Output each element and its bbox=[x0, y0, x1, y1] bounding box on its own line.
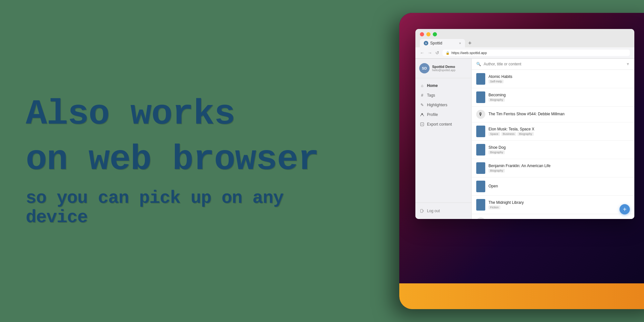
book-cover bbox=[476, 162, 485, 174]
url-bar: ← → ↺ 🔒 https://web.spottid.app bbox=[415, 47, 634, 59]
sidebar-label-home: Home bbox=[427, 83, 438, 88]
list-item[interactable]: Shoe Dog Biography bbox=[472, 141, 634, 159]
nav-items: ⌂ Home # Tags ✎ Highlighters bbox=[415, 78, 471, 203]
book-info: Shoe Dog Biography bbox=[488, 145, 630, 154]
browser-tab-active[interactable]: S Spottid × bbox=[420, 39, 465, 47]
book-info: The Tim Ferriss Show #544: Debbie Millma… bbox=[488, 112, 630, 117]
main-content: 🔍 ▼ Atomic Habits Self-Help bbox=[472, 59, 634, 219]
book-tag: Self-Help bbox=[488, 80, 504, 83]
sidebar-label-logout: Log out bbox=[427, 209, 440, 213]
sidebar-label-export: Export content bbox=[427, 122, 452, 127]
book-info: Benjamin Franklin: An American Life Biog… bbox=[488, 164, 630, 173]
hero-line-3: so you can pick up on any device bbox=[26, 189, 335, 228]
logout-icon bbox=[420, 209, 424, 213]
list-item[interactable]: Elon Musk: Tesla, Space X Space Business… bbox=[472, 122, 634, 141]
hero-section: Also works on web browser so you can pic… bbox=[0, 69, 354, 253]
book-info: Elon Musk: Tesla, Space X Space Business… bbox=[488, 127, 630, 136]
browser-window: S Spottid × + ← → ↺ 🔒 https://web.spotti… bbox=[415, 29, 634, 219]
sidebar-item-highlighters[interactable]: ✎ Highlighters bbox=[415, 100, 471, 110]
list-item[interactable]: Becoming Biography bbox=[472, 88, 634, 107]
url-input[interactable]: 🔒 https://web.spottid.app bbox=[442, 50, 630, 56]
list-item[interactable]: 🎙 Joe Rogan Experience bbox=[472, 214, 634, 219]
tab-title: Spottid bbox=[430, 41, 442, 45]
book-title: The Tim Ferriss Show #544: Debbie Millma… bbox=[488, 112, 630, 116]
book-cover bbox=[476, 91, 485, 103]
book-title: Open bbox=[488, 184, 630, 188]
home-icon: ⌂ bbox=[420, 83, 424, 88]
user-name: Spottid Demo bbox=[432, 65, 455, 69]
book-tags: Biography bbox=[488, 98, 630, 102]
traffic-lights bbox=[420, 32, 630, 36]
tablet-bottom-strip bbox=[399, 283, 644, 309]
list-item[interactable]: Atomic Habits Self-Help bbox=[472, 70, 634, 88]
books-list: Atomic Habits Self-Help Becoming bbox=[472, 70, 634, 219]
avatar: SD bbox=[419, 63, 430, 73]
sidebar: SD Spottid Demo hello@spottid.app ⌂ Home… bbox=[415, 59, 472, 219]
book-info: Open bbox=[488, 184, 630, 189]
sidebar-item-home[interactable]: ⌂ Home bbox=[415, 81, 471, 90]
book-info: Becoming Biography bbox=[488, 93, 630, 102]
search-bar: 🔍 ▼ bbox=[472, 59, 634, 70]
book-title: Becoming bbox=[488, 93, 630, 97]
sidebar-label-highlighters: Highlighters bbox=[427, 103, 447, 107]
podcast-icon: 🎙 bbox=[476, 217, 485, 219]
sidebar-item-export[interactable]: Export content bbox=[415, 119, 471, 129]
tags-icon: # bbox=[420, 93, 424, 98]
book-tag: Business bbox=[501, 132, 516, 136]
book-tag: Biography bbox=[488, 98, 505, 102]
book-title: The Midnight Library bbox=[488, 200, 630, 205]
tablet-mockup: S Spottid × + ← → ↺ 🔒 https://web.spotti… bbox=[354, 0, 644, 322]
sidebar-label-tags: Tags bbox=[427, 93, 435, 98]
book-tags: Biography bbox=[488, 169, 630, 173]
book-tags: Space Business Biography bbox=[488, 132, 630, 136]
book-title: Elon Musk: Tesla, Space X bbox=[488, 127, 630, 131]
reload-button[interactable]: ↺ bbox=[435, 50, 439, 55]
podcast-icon: 🎙 bbox=[476, 110, 485, 119]
tablet-shell: S Spottid × + ← → ↺ 🔒 https://web.spotti… bbox=[399, 13, 644, 309]
list-item[interactable]: 🎙 The Tim Ferriss Show #544: Debbie Mill… bbox=[472, 107, 634, 122]
book-tags: Biography bbox=[488, 150, 630, 154]
list-item[interactable]: The Midnight Library Fiction bbox=[472, 196, 634, 214]
book-cover bbox=[476, 144, 485, 156]
back-button[interactable]: ← bbox=[420, 50, 424, 55]
book-cover bbox=[476, 126, 485, 137]
forward-button[interactable]: → bbox=[428, 50, 432, 55]
book-tag: Biography bbox=[488, 150, 505, 154]
book-info: The Midnight Library Fiction bbox=[488, 200, 630, 209]
sidebar-label-profile: Profile bbox=[427, 112, 438, 117]
traffic-light-green[interactable] bbox=[433, 32, 437, 36]
url-text: https://web.spottid.app bbox=[451, 51, 487, 55]
highlighters-icon: ✎ bbox=[420, 103, 424, 107]
new-tab-button[interactable]: + bbox=[467, 40, 473, 46]
book-info: Atomic Habits Self-Help bbox=[488, 74, 630, 83]
book-cover bbox=[476, 73, 485, 85]
book-tags: Self-Help bbox=[488, 80, 630, 83]
book-title: Shoe Dog bbox=[488, 145, 630, 150]
user-info: Spottid Demo hello@spottid.app bbox=[432, 65, 455, 72]
user-email: hello@spottid.app bbox=[432, 69, 455, 72]
book-tag: Space bbox=[488, 132, 500, 136]
traffic-light-red[interactable] bbox=[420, 32, 424, 36]
book-tag: Biography bbox=[517, 132, 534, 136]
tab-close-button[interactable]: × bbox=[459, 41, 461, 45]
book-tags: Fiction bbox=[488, 205, 630, 209]
user-profile-section: SD Spottid Demo hello@spottid.app bbox=[415, 59, 471, 78]
book-tag: Fiction bbox=[488, 205, 500, 209]
book-cover bbox=[476, 181, 485, 192]
hero-line-2: on web browser bbox=[26, 140, 335, 179]
filter-icon[interactable]: ▼ bbox=[626, 62, 630, 66]
tab-favicon: S bbox=[424, 41, 428, 45]
sidebar-item-tags[interactable]: # Tags bbox=[415, 90, 471, 100]
browser-chrome: S Spottid × + bbox=[415, 29, 634, 47]
traffic-light-yellow[interactable] bbox=[426, 32, 431, 36]
app-content: SD Spottid Demo hello@spottid.app ⌂ Home… bbox=[415, 59, 634, 219]
lock-icon: 🔒 bbox=[446, 51, 450, 55]
sidebar-bottom: Log out bbox=[415, 203, 471, 219]
list-item[interactable]: Benjamin Franklin: An American Life Biog… bbox=[472, 159, 634, 177]
sidebar-item-logout[interactable]: Log out bbox=[415, 206, 471, 216]
add-button[interactable]: + bbox=[620, 204, 630, 214]
list-item[interactable]: Open bbox=[472, 177, 634, 196]
sidebar-item-profile[interactable]: Profile bbox=[415, 110, 471, 119]
book-title: Benjamin Franklin: An American Life bbox=[488, 164, 630, 168]
search-input[interactable] bbox=[484, 62, 623, 66]
